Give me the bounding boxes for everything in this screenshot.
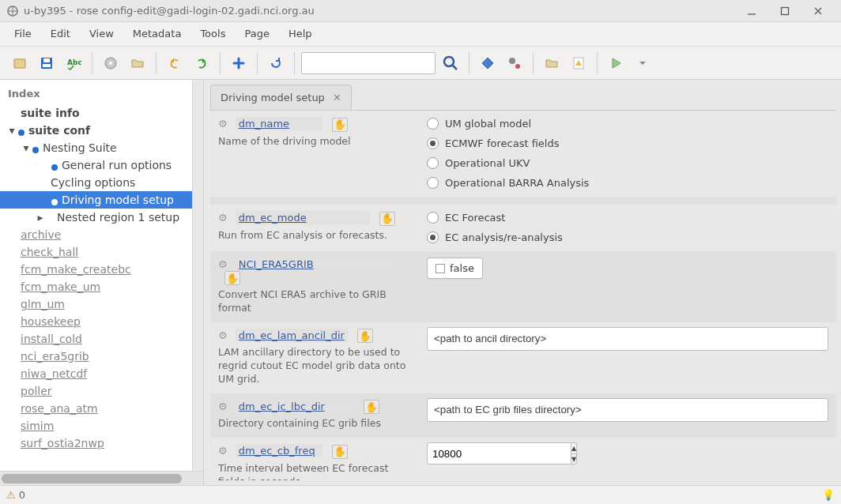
spellcheck-icon[interactable]: Abc: [62, 51, 85, 75]
checkbox-icon: [436, 264, 445, 273]
field-key-ancil-dir[interactable]: dm_ec_lam_ancil_dir: [236, 329, 348, 342]
tree-fcm-make-um[interactable]: fcm_make_um: [0, 278, 192, 295]
menu-edit[interactable]: Edit: [41, 22, 80, 46]
folder2-icon[interactable]: [540, 51, 564, 75]
menu-metadata[interactable]: Metadata: [123, 22, 191, 46]
tree-nesting-suite[interactable]: ▾Nesting Suite: [0, 139, 192, 156]
maximize-button[interactable]: [768, 0, 801, 22]
hand-icon[interactable]: ✋: [357, 329, 373, 343]
folder-icon[interactable]: [126, 51, 149, 75]
radio-um-global[interactable]: UM global model: [427, 114, 828, 134]
field-key-lbc-dir[interactable]: dm_ec_ic_lbc_dir: [236, 400, 354, 413]
sidebar-scrollbar[interactable]: [192, 80, 203, 471]
refresh-icon[interactable]: [264, 51, 288, 75]
radio-ecmwf[interactable]: ECMWF forecast fields: [427, 134, 828, 153]
field-desc: Name of the driving model: [218, 135, 414, 149]
tree-glm-um[interactable]: glm_um: [0, 295, 192, 313]
svg-point-8: [109, 62, 112, 65]
radio-barra[interactable]: Operational BARRA Analysis: [427, 173, 828, 193]
tree-fcm-make-createbc[interactable]: fcm_make_createbc: [0, 261, 192, 278]
ancil-dir-input[interactable]: [427, 327, 828, 351]
tree-general-run[interactable]: General run options: [0, 156, 192, 174]
era5grib-toggle[interactable]: false: [427, 258, 483, 279]
svg-point-13: [18, 130, 25, 136]
field-key-cb-freq[interactable]: dm_ec_cb_freq: [236, 444, 322, 457]
tree-driving-model[interactable]: Driving model setup: [0, 191, 192, 209]
svg-point-16: [51, 199, 58, 205]
tree-archive[interactable]: archive: [0, 226, 192, 243]
dropdown-arrow-icon[interactable]: [631, 51, 654, 75]
tree-simim[interactable]: simim: [0, 417, 192, 434]
svg-rect-5: [43, 58, 50, 62]
hand-icon[interactable]: ✋: [364, 400, 379, 414]
field-desc: Convert NCI ERA5 archive to GRIB format: [218, 288, 414, 315]
menu-page[interactable]: Page: [235, 22, 278, 46]
hand-icon[interactable]: ✋: [379, 212, 395, 226]
hand-icon[interactable]: ✋: [332, 445, 348, 459]
tree-cycling[interactable]: Cycling options: [0, 174, 192, 191]
menu-help[interactable]: Help: [279, 22, 322, 46]
diamond-icon[interactable]: [476, 51, 500, 75]
tree-check-hall[interactable]: check_hall: [0, 243, 192, 261]
tree-niwa-netcdf[interactable]: niwa_netcdf: [0, 365, 192, 382]
svg-rect-4: [43, 64, 51, 67]
hand-icon[interactable]: ✋: [332, 118, 348, 132]
menu-tools[interactable]: Tools: [190, 22, 235, 46]
warning-page-icon[interactable]: [567, 51, 590, 75]
tree-housekeep[interactable]: housekeep: [0, 313, 192, 330]
tree-nci-era5grib[interactable]: nci_era5grib: [0, 348, 192, 365]
minimize-button[interactable]: [735, 0, 768, 22]
tree-surf-ostia2nwp[interactable]: surf_ostia2nwp: [0, 434, 192, 452]
menu-view[interactable]: View: [80, 22, 123, 46]
hint-bulb-icon[interactable]: 💡: [822, 489, 835, 501]
open-icon[interactable]: [8, 51, 32, 75]
run-icon[interactable]: [604, 51, 628, 75]
toolbar-divider: [156, 52, 157, 74]
radio-ec-forecast[interactable]: EC Forecast: [427, 208, 828, 228]
toolbar-divider: [92, 52, 92, 74]
field-key-dm-name[interactable]: dm_name: [236, 117, 322, 130]
gear-icon: ⚙: [218, 118, 228, 130]
tree-nested-region-1[interactable]: ▸Nested region 1 setup: [0, 209, 192, 226]
spin-up-icon[interactable]: ▲: [571, 442, 577, 453]
cb-freq-input[interactable]: [427, 442, 571, 465]
gears-icon[interactable]: [503, 51, 526, 75]
disc-icon[interactable]: [99, 51, 123, 75]
tree-poller[interactable]: poller: [0, 382, 192, 400]
save-icon[interactable]: [35, 51, 58, 75]
tree-rose-ana-atm[interactable]: rose_ana_atm: [0, 400, 192, 417]
tree-install-cold[interactable]: install_cold: [0, 330, 192, 348]
hand-icon[interactable]: ✋: [224, 271, 240, 285]
toolbar-divider: [469, 52, 470, 74]
search-icon[interactable]: [439, 51, 462, 75]
cb-freq-spinner[interactable]: ▲▼: [427, 442, 515, 465]
error-bulb-icon[interactable]: ⚠: [6, 489, 16, 501]
tree-suite-conf[interactable]: ▾suite conf: [0, 122, 192, 139]
radio-ukv[interactable]: Operational UKV: [427, 153, 828, 173]
field-key-nci-era5grib[interactable]: NCI_ERA5GRIB: [236, 258, 397, 271]
field-desc: LAM ancillary directory to be used to re…: [218, 346, 414, 386]
close-tab-icon[interactable]: ✕: [333, 92, 341, 103]
redo-icon[interactable]: [190, 51, 213, 75]
menubar: File Edit View Metadata Tools Page Help: [0, 22, 841, 46]
field-desc: Time interval between EC forecast fields…: [218, 462, 414, 480]
statusbar: ⚠ 0 💡: [0, 485, 841, 504]
toolbar-divider: [257, 52, 258, 74]
svg-text:Abc: Abc: [67, 58, 81, 66]
menu-file[interactable]: File: [5, 22, 41, 46]
sidebar-hscroll[interactable]: [0, 471, 203, 485]
tab-driving-model[interactable]: Driving model setup ✕: [210, 85, 352, 110]
close-button[interactable]: [801, 0, 835, 22]
spin-down-icon[interactable]: ▼: [571, 453, 577, 465]
tree-suite-info[interactable]: suite info: [0, 104, 192, 122]
field-key-dm-ec-mode[interactable]: dm_ec_mode: [236, 211, 370, 224]
search-input[interactable]: [301, 52, 436, 74]
radio-ec-analysis[interactable]: EC analysis/re-analysis: [427, 228, 828, 247]
field-desc: Directory containing EC grib files: [218, 417, 414, 431]
undo-icon[interactable]: [163, 51, 187, 75]
svg-rect-2: [14, 59, 25, 68]
add-icon[interactable]: [227, 51, 251, 75]
field-desc: Run from EC analysis or forecasts.: [218, 229, 414, 243]
gear-icon: ⚙: [218, 258, 228, 270]
lbc-dir-input[interactable]: [427, 398, 828, 422]
